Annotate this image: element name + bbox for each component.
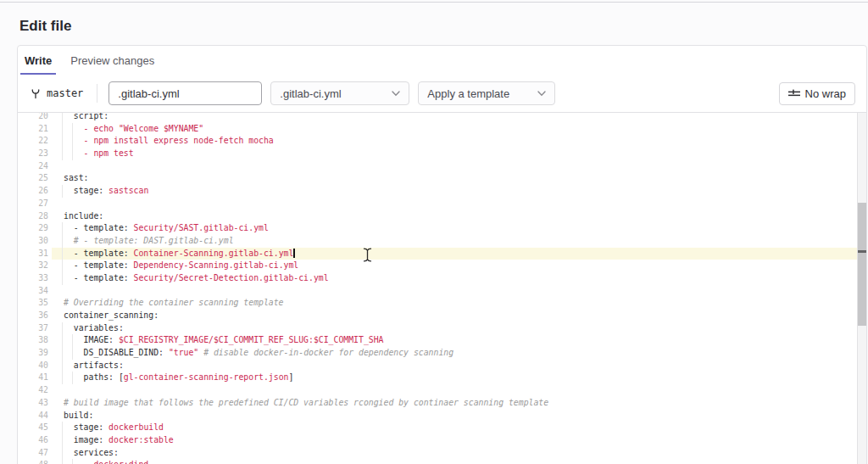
tab-write-label: Write xyxy=(25,54,52,67)
code-line[interactable]: 20 script: xyxy=(18,113,866,123)
branch-indicator: master xyxy=(31,87,83,99)
indent-guide xyxy=(62,272,63,285)
line-number: 34 xyxy=(18,285,48,298)
line-number: 22 xyxy=(18,135,48,148)
tab-write[interactable]: Write xyxy=(20,46,56,75)
editor-scrollbar[interactable] xyxy=(857,113,866,464)
line-number: 45 xyxy=(18,422,48,434)
scrollbar-cursor-marker xyxy=(858,250,866,253)
code-line[interactable]: 36container_scanning: xyxy=(18,310,866,322)
toolbar-divider xyxy=(97,84,97,103)
scrollbar-thumb[interactable] xyxy=(858,203,866,326)
code-line-text: - template: Container-Scanning.gitlab-ci… xyxy=(64,248,295,260)
line-number: 20 xyxy=(18,113,48,123)
line-number: 27 xyxy=(18,198,48,210)
code-line[interactable]: 28include: xyxy=(18,210,866,223)
line-number: 39 xyxy=(18,347,48,360)
line-number: 48 xyxy=(18,459,48,464)
code-line[interactable]: 44build: xyxy=(18,410,866,422)
indent-guide xyxy=(62,148,63,160)
code-line[interactable]: 37 variables: xyxy=(18,322,866,335)
code-area[interactable]: 20 script:21 - echo "Welcome $MYNAME"22 … xyxy=(18,113,866,464)
file-path-select[interactable]: .gitlab-ci.yml xyxy=(270,81,409,105)
code-line[interactable]: 42 xyxy=(18,384,866,397)
apply-template-select-value: Apply a template xyxy=(427,87,509,100)
indent-guide xyxy=(62,185,63,198)
code-line-text: stage: sastscan xyxy=(64,185,148,198)
page-top-divider xyxy=(0,2,868,3)
line-number: 46 xyxy=(18,434,48,447)
indent-guide xyxy=(62,248,63,260)
soft-wrap-icon xyxy=(788,89,800,98)
filename-input[interactable] xyxy=(108,81,262,105)
indent-guide xyxy=(62,347,63,360)
no-wrap-label: No wrap xyxy=(805,87,846,100)
code-line[interactable]: 33 - template: Security/Secret-Detection… xyxy=(18,272,866,285)
no-wrap-button[interactable]: No wrap xyxy=(779,82,855,105)
indent-guide xyxy=(62,434,63,447)
indent-guide xyxy=(62,334,63,347)
tab-bar: Write Preview changes xyxy=(18,46,866,75)
line-number: 26 xyxy=(18,185,48,198)
code-line[interactable]: 41 paths: [gl-container-scanning-report.… xyxy=(18,372,866,384)
line-number: 33 xyxy=(18,272,48,285)
code-line-text: stage: dockerbuild xyxy=(64,422,164,434)
code-line-text: - template: Dependency-Scanning.gitlab-c… xyxy=(64,260,298,272)
code-line[interactable]: 25sast: xyxy=(18,172,866,185)
line-number: 31 xyxy=(18,248,48,260)
code-line[interactable]: 23 - npm test xyxy=(18,148,866,160)
line-number: 47 xyxy=(18,447,48,460)
code-line[interactable]: 29 - template: Security/SAST.gitlab-ci.y… xyxy=(18,222,866,235)
code-line-text: DS_DISABLE_DIND: "true" # disable docker… xyxy=(64,347,453,360)
code-line[interactable]: 43# build image that follows the predefi… xyxy=(18,397,866,410)
line-number: 28 xyxy=(18,210,48,223)
page-title: Edit file xyxy=(19,18,71,35)
file-path-select-value: .gitlab-ci.yml xyxy=(280,87,341,100)
tab-preview-changes[interactable]: Preview changes xyxy=(66,46,159,75)
line-number: 35 xyxy=(18,297,48,310)
code-editor[interactable]: 20 script:21 - echo "Welcome $MYNAME"22 … xyxy=(18,113,866,464)
code-line[interactable]: 22 - npm install express node-fetch moch… xyxy=(18,135,866,148)
code-line[interactable]: 45 stage: dockerbuild xyxy=(18,422,866,434)
line-number: 38 xyxy=(18,334,48,347)
apply-template-select[interactable]: Apply a template xyxy=(418,81,555,105)
code-line[interactable]: 38 IMAGE: $CI_REGISTRY_IMAGE/$CI_COMMIT_… xyxy=(18,334,866,347)
code-line[interactable]: 35# Overriding the container scanning te… xyxy=(18,297,866,310)
code-line[interactable]: 39 DS_DISABLE_DIND: "true" # disable doc… xyxy=(18,347,866,360)
code-line-text: # build image that follows the predefine… xyxy=(64,397,548,410)
line-number: 29 xyxy=(18,222,48,235)
code-line[interactable]: 47 services: xyxy=(18,447,866,460)
code-line[interactable]: 21 - echo "Welcome $MYNAME" xyxy=(18,123,866,136)
code-line-text: container_scanning: xyxy=(64,310,159,322)
indent-guide xyxy=(62,222,63,235)
i-beam-cursor xyxy=(363,248,372,262)
indent-guide xyxy=(62,135,63,148)
editor-toolbar: master .gitlab-ci.yml Apply a template N… xyxy=(18,75,866,113)
code-line[interactable]: 30 # - template: DAST.gitlab-ci.yml xyxy=(18,235,866,248)
line-number: 44 xyxy=(18,410,48,422)
code-line[interactable]: 46 image: docker:stable xyxy=(18,434,866,447)
chevron-down-icon xyxy=(392,91,400,97)
indent-guide xyxy=(62,459,63,464)
branch-name: master xyxy=(47,87,83,99)
code-line-text: script: xyxy=(64,113,108,123)
indent-guide xyxy=(62,372,63,384)
indent-guide xyxy=(62,447,63,460)
code-line[interactable]: 24 xyxy=(18,160,866,173)
code-line[interactable]: 34 xyxy=(18,285,866,298)
line-number: 43 xyxy=(18,397,48,410)
code-line-text: - echo "Welcome $MYNAME" xyxy=(64,123,203,136)
text-caret xyxy=(293,249,294,258)
code-line[interactable]: 32 - template: Dependency-Scanning.gitla… xyxy=(18,260,866,272)
code-line-text: image: docker:stable xyxy=(64,434,174,447)
indent-guide xyxy=(62,113,63,123)
code-line[interactable]: 26 stage: sastscan xyxy=(18,185,866,198)
code-line[interactable]: 31 - template: Container-Scanning.gitlab… xyxy=(18,248,866,260)
code-line[interactable]: 27 xyxy=(18,198,866,210)
line-number: 37 xyxy=(18,322,48,335)
line-number: 32 xyxy=(18,260,48,272)
code-line-text: - npm test xyxy=(64,148,134,160)
code-line[interactable]: 40 artifacts: xyxy=(18,360,866,372)
line-number: 42 xyxy=(18,384,48,397)
code-line[interactable]: 48 - docker:dind xyxy=(18,459,866,464)
